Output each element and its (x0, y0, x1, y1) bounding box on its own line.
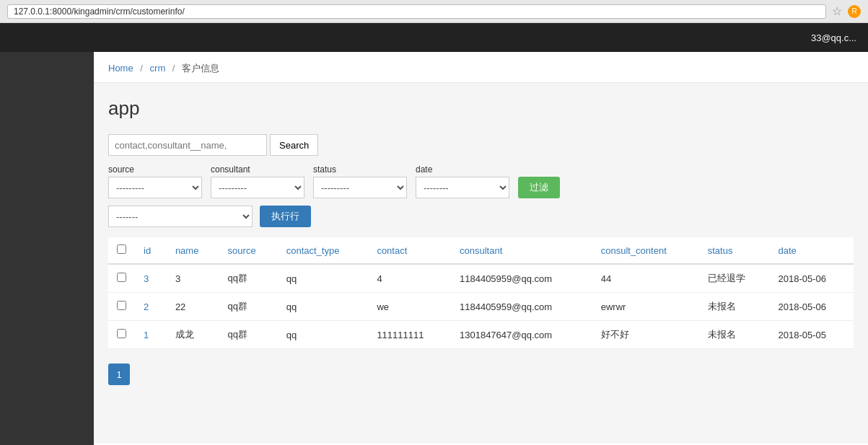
cell-source: qq群 (219, 293, 278, 321)
cell-consult-content: ewrwr (592, 293, 699, 321)
status-filter-group: status --------- (313, 164, 407, 198)
data-table: id name source contact_type contact cons… (108, 237, 854, 349)
row-checkbox-cell (108, 321, 135, 349)
page-title: app (108, 97, 854, 120)
cell-contact-type: qq (278, 264, 369, 293)
consultant-label: consultant (211, 164, 304, 175)
cell-status: 未报名 (699, 321, 770, 349)
consultant-filter-group: consultant --------- (211, 164, 304, 198)
cell-id: 2 (135, 293, 167, 321)
main-container: Home / crm / 客户信息 app Search source ----… (0, 52, 868, 445)
cell-consultant: 1184405959@qq.com (451, 264, 592, 293)
filter-button[interactable]: 过滤 (518, 177, 560, 198)
cell-consult-content: 好不好 (592, 321, 699, 349)
table-row: 1 成龙 qq群 qq 111111111 1301847647@qq.com … (108, 321, 854, 349)
bookmark-icon[interactable]: ☆ (832, 4, 842, 18)
cell-id: 3 (135, 264, 167, 293)
content-area: app Search source --------- consultant (0, 83, 868, 444)
filter-row: source --------- consultant --------- st… (108, 164, 854, 198)
date-label: date (416, 164, 509, 175)
status-select[interactable]: --------- (313, 177, 407, 198)
top-nav: 33@qq.c... (0, 23, 868, 52)
header-id: id (135, 237, 167, 264)
action-row: ------- 执行行 (108, 206, 854, 227)
id-link[interactable]: 3 (144, 273, 149, 284)
user-display: 33@qq.c... (811, 32, 856, 43)
cell-contact: 4 (368, 264, 451, 293)
select-all-checkbox[interactable] (117, 244, 126, 254)
search-button[interactable]: Search (270, 134, 318, 156)
breadcrumb-current: 客户信息 (182, 63, 219, 74)
row-checkbox[interactable] (117, 273, 126, 282)
cell-date: 2018-05-06 (770, 293, 854, 321)
date-filter-group: date -------- (416, 164, 509, 198)
execute-button[interactable]: 执行行 (260, 206, 311, 227)
cell-name: 3 (167, 264, 219, 293)
cell-contact-type: qq (278, 293, 369, 321)
cell-source: qq群 (219, 321, 278, 349)
left-sidebar (0, 52, 94, 445)
cell-contact: we (368, 293, 451, 321)
cell-consultant: 1184405959@qq.com (451, 293, 592, 321)
cell-consult-content: 44 (592, 264, 699, 293)
page-1-button[interactable]: 1 (108, 364, 130, 385)
action-select[interactable]: ------- (108, 206, 253, 227)
id-link[interactable]: 1 (144, 330, 149, 340)
row-checkbox-cell (108, 293, 135, 321)
cell-name: 22 (167, 293, 219, 321)
pagination: 1 (108, 364, 854, 385)
header-contact-type: contact_type (278, 237, 369, 264)
header-consult-content: consult_content (592, 237, 699, 264)
cell-id: 1 (135, 321, 167, 349)
search-row: Search (108, 134, 854, 156)
row-checkbox[interactable] (117, 329, 126, 338)
cell-contact-type: qq (278, 321, 369, 349)
source-filter-group: source --------- (108, 164, 202, 198)
breadcrumb-sep-2: / (172, 63, 175, 74)
header-contact: contact (368, 237, 451, 264)
table-row: 3 3 qq群 qq 4 1184405959@qq.com 44 已经退学 2… (108, 264, 854, 293)
row-checkbox[interactable] (117, 301, 126, 310)
header-checkbox-cell (108, 237, 135, 264)
table-row: 2 22 qq群 qq we 1184405959@qq.com ewrwr 未… (108, 293, 854, 321)
source-select[interactable]: --------- (108, 177, 202, 198)
consultant-select[interactable]: --------- (211, 177, 304, 198)
breadcrumb: Home / crm / 客户信息 (0, 52, 868, 83)
cell-name: 成龙 (167, 321, 219, 349)
table-header-row: id name source contact_type contact cons… (108, 237, 854, 264)
rss-icon: R (848, 5, 861, 18)
filter-section: Search source --------- consultant -----… (108, 134, 854, 227)
cell-date: 2018-05-05 (770, 321, 854, 349)
date-select[interactable]: -------- (416, 177, 509, 198)
header-date: date (770, 237, 854, 264)
cell-status: 未报名 (699, 293, 770, 321)
address-bar[interactable]: 127.0.0.1:8000/kingadmin/crm/customerinf… (7, 4, 826, 19)
breadcrumb-home[interactable]: Home (108, 63, 133, 74)
row-checkbox-cell (108, 264, 135, 293)
search-input[interactable] (108, 134, 267, 156)
header-source: source (219, 237, 278, 264)
cell-source: qq群 (219, 264, 278, 293)
header-status: status (699, 237, 770, 264)
breadcrumb-crm[interactable]: crm (150, 63, 166, 74)
header-consultant: consultant (451, 237, 592, 264)
browser-chrome: 127.0.0.1:8000/kingadmin/crm/customerinf… (0, 0, 868, 23)
source-label: source (108, 164, 202, 175)
breadcrumb-sep-1: / (140, 63, 143, 74)
status-label: status (313, 164, 407, 175)
cell-status: 已经退学 (699, 264, 770, 293)
header-name: name (167, 237, 219, 264)
cell-contact: 111111111 (368, 321, 451, 349)
cell-date: 2018-05-06 (770, 264, 854, 293)
cell-consultant: 1301847647@qq.com (451, 321, 592, 349)
id-link[interactable]: 2 (144, 301, 149, 312)
